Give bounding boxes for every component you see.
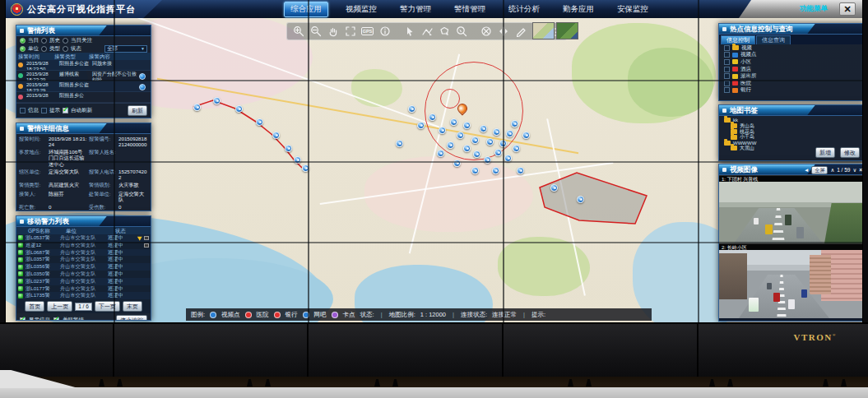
zoom-out-icon[interactable]	[309, 24, 323, 39]
checkbox-hint[interactable]	[41, 108, 47, 113]
map-marker[interactable]	[473, 150, 480, 158]
map-marker[interactable]	[493, 128, 500, 136]
tab-comprehensive-apps[interactable]: 综合应用	[284, 2, 328, 17]
table-row[interactable]: 浙L0350警舟山市交警支队巡逻中	[16, 271, 151, 278]
checkbox[interactable]	[724, 45, 730, 51]
checkbox-link-incident[interactable]	[53, 317, 59, 321]
radio-type[interactable]	[41, 46, 47, 52]
prev-page-button[interactable]: 上一页	[47, 301, 72, 312]
checkbox-show-info[interactable]	[20, 317, 26, 321]
checkbox[interactable]	[724, 67, 730, 72]
checkbox-info[interactable]	[20, 108, 26, 113]
checkbox[interactable]	[724, 73, 730, 79]
map-marker[interactable]	[513, 145, 520, 152]
table-row[interactable]: 浙L0177警舟山市交警支队巡逻中	[16, 285, 151, 293]
edit-bookmark-button[interactable]: 修改	[840, 147, 860, 158]
map-marker[interactable]	[437, 150, 444, 157]
layer-item-hospital[interactable]: 医院	[719, 80, 863, 87]
map-marker[interactable]	[463, 145, 471, 152]
swipe-icon[interactable]	[496, 24, 510, 39]
draw-pencil-icon[interactable]	[513, 24, 527, 39]
table-row[interactable]: 2015/9/28 18:23:29阳朔县乡公盗	[16, 81, 151, 92]
camera-1-feed[interactable]	[719, 182, 863, 243]
info-icon[interactable]	[378, 24, 392, 39]
overview-map-thumbnail[interactable]	[532, 22, 555, 39]
map-marker[interactable]	[457, 132, 464, 139]
map-marker[interactable]	[285, 145, 292, 152]
map-marker[interactable]	[302, 164, 309, 172]
tab-info-control[interactable]: 信息控制	[721, 35, 755, 44]
map-marker[interactable]	[235, 105, 243, 113]
table-row[interactable]: 浙L0237警舟山市交警支队巡逻中	[16, 278, 151, 285]
gps-icon[interactable]: GPS	[360, 24, 374, 39]
map-marker[interactable]	[517, 167, 524, 174]
table-row[interactable]: 浙L0356警舟山市交警支队巡逻中	[16, 263, 151, 271]
map-marker[interactable]	[577, 196, 584, 203]
map-marker[interactable]	[480, 125, 487, 132]
checkbox[interactable]	[724, 87, 730, 93]
map-marker[interactable]	[453, 160, 461, 167]
map-marker[interactable]	[484, 156, 491, 164]
table-row[interactable]: 2015/9/28 18:23:39赌博线索因资产分配不公引致纠纷。	[16, 71, 151, 81]
layer-item-police-station[interactable]: 派出所	[719, 72, 863, 80]
tab-incident-management[interactable]: 警情管理	[448, 2, 491, 16]
tab-statistics[interactable]: 统计分析	[503, 2, 545, 16]
map-marker[interactable]	[506, 130, 513, 137]
function-menu-label[interactable]: 功能菜单	[800, 4, 828, 14]
checkbox[interactable]	[724, 59, 730, 65]
polyline-select-icon[interactable]	[420, 24, 434, 39]
tab-police-force[interactable]: 警力管理	[394, 2, 437, 16]
map-marker[interactable]	[471, 167, 479, 174]
last-page-button[interactable]: 末页	[123, 301, 142, 312]
map-marker[interactable]	[486, 138, 494, 146]
layer-item-camera[interactable]: 视频点	[719, 52, 863, 59]
tab-security-monitoring[interactable]: 安保监控	[611, 2, 654, 16]
table-row[interactable]: 巡逻12舟山市交警支队巡逻中	[16, 242, 151, 249]
layer-item-hotel[interactable]: 酒店	[719, 66, 863, 73]
close-icon[interactable]: ✕	[839, 2, 856, 16]
checkbox[interactable]	[724, 81, 730, 86]
layer-item-video[interactable]: 视频	[719, 44, 863, 52]
add-bookmark-button[interactable]: 新增	[815, 147, 835, 158]
map-marker[interactable]	[408, 105, 415, 113]
map-marker[interactable]	[193, 104, 201, 111]
table-row[interactable]: 浙L1735警舟山市交警支队巡逻中	[16, 292, 151, 299]
map-marker[interactable]	[522, 132, 530, 139]
layer-item-community[interactable]: 小区	[719, 58, 863, 66]
map-marker[interactable]	[213, 97, 220, 104]
dispatch-icon[interactable]	[139, 73, 146, 80]
point-select-icon[interactable]	[402, 24, 416, 39]
clear-icon[interactable]	[479, 24, 493, 39]
zoom-in-icon[interactable]	[291, 24, 305, 39]
map-marker[interactable]	[429, 113, 436, 121]
map-marker[interactable]	[439, 127, 446, 134]
page-down-icon[interactable]: ∨	[852, 167, 856, 174]
polygon-select-icon[interactable]	[437, 24, 451, 39]
table-row[interactable]: 浙L0537警舟山市交警支队巡逻中	[16, 234, 151, 242]
tab-info-query[interactable]: 信息查询	[756, 35, 791, 44]
map-marker[interactable]	[396, 140, 403, 147]
map-marker[interactable]	[492, 167, 499, 174]
table-row[interactable]: 2015/9/28阳朔县乡公	[16, 92, 151, 103]
page-up-icon[interactable]: ∧	[830, 167, 834, 174]
tab-duty-apps[interactable]: 勤务应用	[557, 2, 600, 16]
next-page-button[interactable]: 下一页	[95, 301, 120, 312]
map-marker[interactable]	[294, 156, 301, 164]
table-row[interactable]: 浙L0687警舟山市交警支队巡逻中	[16, 249, 151, 257]
volume-icon[interactable]: ◄	[804, 167, 809, 173]
radio-today-follow[interactable]	[63, 38, 68, 44]
map-marker[interactable]	[256, 118, 263, 126]
map-marker[interactable]	[511, 120, 518, 127]
map-marker[interactable]	[471, 137, 479, 144]
dispatch-icon[interactable]	[139, 84, 146, 90]
checkbox-auto-refresh[interactable]	[63, 108, 68, 113]
satellite-map-thumbnail[interactable]	[556, 22, 578, 39]
radio-today[interactable]	[20, 38, 26, 44]
map-marker[interactable]	[450, 118, 457, 126]
map-marker[interactable]	[504, 155, 512, 162]
map-marker[interactable]	[550, 184, 558, 192]
fullscreen-button[interactable]: 全屏	[811, 166, 828, 174]
bookmark-item[interactable]: 小干岛	[719, 134, 863, 140]
layer-item-bank[interactable]: 银行	[719, 87, 863, 95]
map-marker[interactable]	[499, 140, 507, 147]
